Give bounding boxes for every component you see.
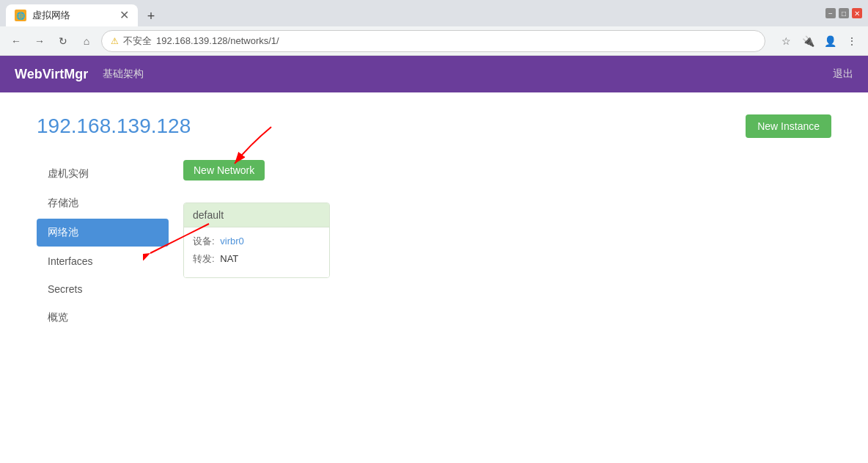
security-indicator: ⚠ [111,36,119,46]
brand-logo: WebVirtMgr [15,67,88,82]
active-tab[interactable]: 🌐 虚拟网络 ✕ [6,4,138,26]
sidebar-item-interfaces[interactable]: Interfaces [37,248,169,274]
sidebar-item-vm-instances[interactable]: 虚机实例 [37,160,169,188]
url-bar[interactable]: ⚠ 不安全 192.168.139.128/networks/1/ [101,30,765,52]
arrow-annotation [227,123,286,167]
security-label: 不安全 [123,34,152,48]
sidebar-item-network-pool[interactable]: 网络池 [37,219,169,247]
maximize-button[interactable]: □ [839,8,849,18]
bookmark-icon[interactable]: ☆ [777,32,795,50]
minimize-button[interactable]: − [825,8,836,18]
device-label: 设备: [193,236,215,247]
network-area: New Network default 设备: virbr0 转发: [169,160,831,333]
page-title: 192.168.139.128 [37,114,191,138]
app-content: WebVirtMgr 基础架构 退出 192.168.139.128 New I… [0,56,868,463]
forward-detail: 转发: NAT [193,252,320,266]
top-navbar: WebVirtMgr 基础架构 退出 [0,56,868,92]
extensions-icon[interactable]: 🔌 [799,32,817,50]
sidebar-item-secrets[interactable]: Secrets [37,276,169,302]
tab-title: 虚拟网络 [32,9,70,22]
tab-area: 🌐 虚拟网络 ✕ + [6,0,161,26]
sidebar-item-storage-pool[interactable]: 存储池 [37,189,169,217]
new-network-wrapper: New Network [183,160,265,192]
new-instance-button[interactable]: New Instance [746,114,831,138]
tab-favicon: 🌐 [15,10,26,21]
home-button[interactable]: ⌂ [78,32,95,50]
forward-value: NAT [220,253,238,264]
reload-button[interactable]: ↻ [54,32,72,50]
device-value: virbr0 [220,236,244,247]
network-card-header[interactable]: default [184,203,329,227]
network-card-body: 设备: virbr0 转发: NAT [184,227,329,277]
menu-icon[interactable]: ⋮ [843,32,861,50]
back-button[interactable]: ← [7,32,25,50]
logout-link[interactable]: 退出 [833,68,853,81]
close-button[interactable]: ✕ [852,8,862,18]
sidebar-item-overview[interactable]: 概览 [37,304,169,332]
network-card: default 设备: virbr0 转发: NAT [183,203,330,278]
content-layout: 虚机实例 存储池 网络池 Interfaces Secrets [37,160,831,333]
new-tab-button[interactable]: + [141,6,161,26]
window-controls: − □ ✕ [825,8,862,18]
account-icon[interactable]: 👤 [821,32,839,50]
title-bar: 🌐 虚拟网络 ✕ + − □ ✕ [0,0,868,26]
browser-window: 🌐 虚拟网络 ✕ + − □ ✕ ← → ↻ ⌂ ⚠ 不安全 [0,0,868,463]
forward-button[interactable]: → [31,32,48,50]
toolbar-right: ☆ 🔌 👤 ⋮ [777,32,861,50]
device-detail: 设备: virbr0 [193,235,320,248]
tab-close-button[interactable]: ✕ [119,10,129,21]
forward-label: 转发: [193,253,215,264]
address-bar: ← → ↻ ⌂ ⚠ 不安全 192.168.139.128/networks/1… [0,26,868,56]
page-header: 192.168.139.128 New Instance [37,114,831,138]
sidebar: 虚机实例 存储池 网络池 Interfaces Secrets [37,160,169,333]
main-content: 192.168.139.128 New Instance 虚机实例 存储池 网络… [0,92,868,355]
infra-link[interactable]: 基础架构 [103,68,144,81]
url-text: 192.168.139.128/networks/1/ [156,35,279,46]
